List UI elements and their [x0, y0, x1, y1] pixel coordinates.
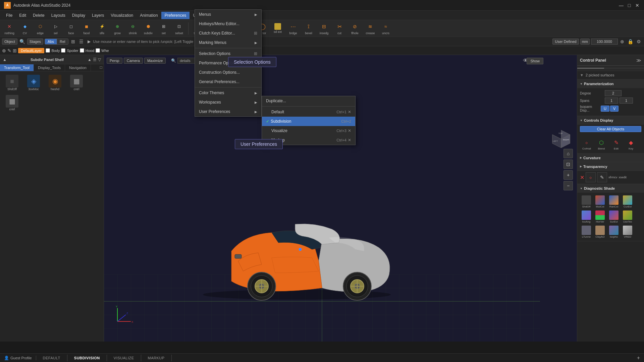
- spoiler-layer-check[interactable]: Spoiler: [61, 48, 78, 53]
- shelf-collapse-icon[interactable]: ▲: [3, 57, 7, 62]
- settings-btn[interactable]: ⚙: [636, 39, 642, 44]
- shelf-tool-hwshd[interactable]: ◉ hwshd: [45, 73, 65, 92]
- status-tab-markup[interactable]: MARKUP: [141, 355, 172, 361]
- whe-layer-check[interactable]: Whe: [96, 48, 109, 53]
- dd-construction-options[interactable]: Construction Options...: [195, 68, 261, 77]
- tool-slfe[interactable]: ⚡ slfe: [95, 21, 109, 36]
- ct-visualize-del-icon[interactable]: ✕: [348, 128, 351, 133]
- shelf-tool-cntrl2[interactable]: ▦ cntrl: [2, 94, 22, 112]
- shelf-more-icon[interactable]: ▽: [98, 57, 101, 62]
- dd-color-themes[interactable]: Color Themes ▶: [195, 88, 261, 98]
- dd-clutch[interactable]: Clutch Keys Editor... ⊞: [195, 28, 261, 38]
- tool-uncrs[interactable]: ≈ uncrs: [378, 21, 393, 36]
- diag-mulcol-btn[interactable]: MulCol: [594, 195, 606, 209]
- fit-nav-btn[interactable]: ⊡: [564, 160, 573, 169]
- edit-layer-icon[interactable]: ✎: [7, 48, 11, 53]
- add-workspace-btn[interactable]: +: [633, 355, 644, 361]
- clear-all-btn[interactable]: Clear All Objects: [580, 126, 641, 132]
- diag-isoang-btn[interactable]: IsoAng: [580, 210, 593, 224]
- abs-btn[interactable]: Abs: [45, 39, 57, 44]
- curvature-section-header[interactable]: ▶ Curvature: [577, 154, 644, 162]
- shelf-tool-shdoff[interactable]: ■ ShdOff: [2, 73, 22, 92]
- xfrmcv-icon-btn[interactable]: ⬦: [586, 172, 596, 182]
- degree-input[interactable]: [605, 90, 622, 96]
- stages-btn[interactable]: Stages: [27, 39, 43, 45]
- tool-set[interactable]: ⊞ set: [156, 21, 171, 36]
- guest-profile-area[interactable]: 👤 Guest Profile: [0, 356, 36, 360]
- tool-cv[interactable]: ◆ CV: [17, 21, 32, 36]
- show-btn[interactable]: Show: [527, 58, 543, 64]
- minimize-button[interactable]: —: [619, 3, 624, 8]
- persp-view-btn[interactable]: Persp: [107, 58, 122, 64]
- cv-hull-btn[interactable]: ⬦ Cv/Hull: [580, 137, 593, 151]
- tool-flhole[interactable]: ⊘ flhole: [347, 21, 362, 36]
- tool-sdext[interactable]: sd ext: [270, 21, 285, 36]
- diag-shdoff-btn[interactable]: ShdOff: [580, 195, 593, 209]
- diag-rancol-btn[interactable]: RanCol: [607, 195, 620, 209]
- search-icon[interactable]: 🔍: [18, 39, 26, 44]
- zoom-in-nav-btn[interactable]: +: [564, 170, 573, 180]
- tool-cut[interactable]: ✂ cut: [332, 21, 347, 36]
- key-btn[interactable]: ◆ Key: [624, 137, 638, 151]
- body-layer-check[interactable]: Body: [46, 48, 60, 53]
- menu-layers[interactable]: Layers: [89, 12, 107, 19]
- diag-ltunne-btn[interactable]: LTunne: [580, 225, 593, 239]
- play-btn[interactable]: ▶: [86, 39, 92, 44]
- list-view-btn[interactable]: ☰: [78, 39, 85, 44]
- lock-btn[interactable]: 🔒: [627, 39, 634, 44]
- transparency-icon1[interactable]: ✕: [580, 174, 584, 181]
- menu-file[interactable]: File: [3, 12, 16, 19]
- dd-menus[interactable]: Menus ▶: [195, 10, 261, 19]
- default-layer-btn[interactable]: DefaultLayer: [18, 48, 44, 53]
- hood-layer-check[interactable]: Hood: [80, 48, 94, 53]
- zoom-out-nav-btn[interactable]: −: [564, 181, 573, 190]
- maximize-button[interactable]: □: [627, 3, 632, 8]
- diag-clayao-btn[interactable]: ClayAO: [594, 225, 606, 239]
- diag-horver-btn[interactable]: HorVer: [594, 210, 606, 224]
- dd-marking-menus[interactable]: Marking Menus ▶: [195, 38, 261, 47]
- tool-shrink[interactable]: ⊖ shrink: [125, 21, 140, 36]
- spans-u-input[interactable]: [605, 98, 618, 104]
- blend-btn[interactable]: ⬡ Blend: [595, 137, 608, 151]
- shelf-tab-navigation[interactable]: Navigation: [65, 64, 91, 71]
- tool-grow[interactable]: ⊕ grow: [110, 21, 125, 36]
- tool-crease[interactable]: ≋ crease: [363, 21, 378, 36]
- unit-select[interactable]: mm: [580, 39, 590, 45]
- shelf-tab-transform[interactable]: Transform_Tool: [0, 64, 34, 71]
- menu-visualization[interactable]: Visualization: [107, 12, 137, 19]
- status-tab-default[interactable]: DEFAULT: [36, 355, 67, 361]
- diag-vred-btn[interactable]: VRED: [621, 225, 634, 239]
- spans-v-input[interactable]: [620, 98, 633, 104]
- edit-btn[interactable]: ✎ Edit: [609, 137, 623, 151]
- maximize-btn[interactable]: Maximize: [144, 58, 166, 64]
- shelf-tab-display[interactable]: Display_Tools: [34, 64, 65, 71]
- diag-usetex-btn[interactable]: UseTex: [621, 210, 634, 224]
- menu-delete[interactable]: Delete: [30, 12, 48, 19]
- snap-btn[interactable]: ⊕: [619, 39, 625, 44]
- ct-subdivision[interactable]: ✓ Subdivision Ctrl+2: [262, 117, 355, 126]
- ct-default-del-icon[interactable]: ✕: [348, 110, 351, 114]
- tool-bevel[interactable]: ⟟ bevel: [301, 21, 316, 36]
- diag-isopho-btn[interactable]: Isopho: [607, 225, 620, 239]
- control-panel-expand-btn[interactable]: ≫: [636, 58, 641, 63]
- ct-duplicate[interactable]: Duplicate...: [262, 96, 355, 106]
- close-button[interactable]: ✕: [635, 3, 640, 8]
- camera-btn[interactable]: Camera: [124, 58, 143, 64]
- status-tab-subdivision[interactable]: SUBDIVISION: [67, 355, 107, 361]
- dd-workspaces[interactable]: Workspaces ▶: [195, 98, 261, 107]
- tool-face[interactable]: ◻ face: [64, 21, 78, 36]
- dd-hotkeys[interactable]: Hotkeys/Menu Editor...: [195, 19, 261, 28]
- tool-edge[interactable]: ⬡ edge: [33, 21, 48, 36]
- shelf-tool-cntrl1[interactable]: ▦ cntrl: [66, 73, 87, 92]
- tool-subdiv[interactable]: ⬢ subdiv: [141, 21, 156, 36]
- new-layer-icon[interactable]: ⊕: [2, 48, 6, 53]
- tool-facel[interactable]: ◼ facel: [79, 21, 94, 36]
- ct-default[interactable]: Default Ctrl+1 ✕: [262, 107, 355, 117]
- tool-sel[interactable]: ▷ sel: [48, 21, 63, 36]
- isoparm-u-btn[interactable]: U: [601, 106, 609, 112]
- shelf-tool-3oxmoc[interactable]: ◈ 3oxMoc: [23, 73, 44, 92]
- ct-visualize[interactable]: Visualize Ctrl+3 ✕: [262, 126, 355, 135]
- tool-selset[interactable]: ⊡ selset: [172, 21, 186, 36]
- dd-general-preferences[interactable]: General Preferences...: [195, 77, 261, 86]
- isoparm-v-btn[interactable]: V: [610, 106, 619, 112]
